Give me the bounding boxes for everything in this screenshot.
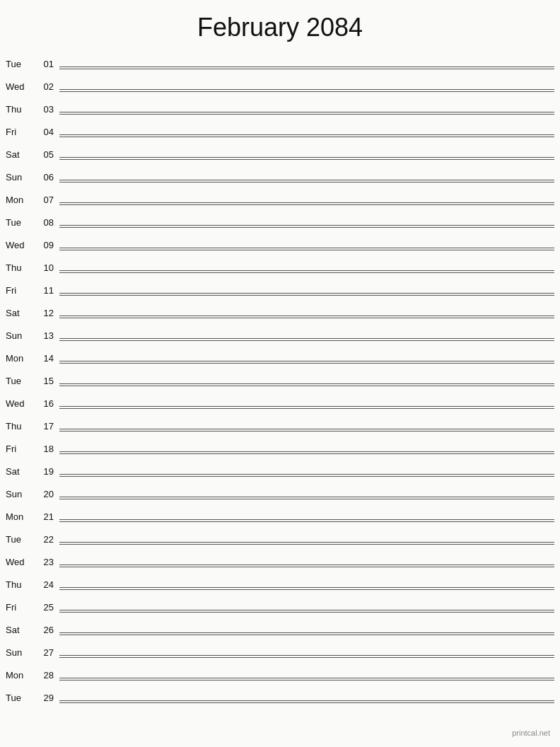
day-number: 14 <box>34 353 54 365</box>
day-name: Tue <box>6 693 34 705</box>
day-row: Sun27 <box>6 638 554 661</box>
writing-line-2 <box>59 204 554 205</box>
day-line-area <box>59 66 554 71</box>
day-name: Fri <box>6 127 34 139</box>
day-name: Wed <box>6 81 34 93</box>
day-name: Sun <box>6 330 34 342</box>
day-line-area <box>59 180 554 184</box>
writing-line-2 <box>59 363 554 364</box>
writing-line-2 <box>59 386 554 386</box>
day-line-area <box>59 134 554 139</box>
writing-line-1 <box>59 655 554 656</box>
day-name: Mon <box>6 195 34 207</box>
writing-line-2 <box>59 69 554 69</box>
writing-line-1 <box>59 338 554 339</box>
writing-line-1 <box>59 202 554 203</box>
day-row: Wed02 <box>6 72 554 95</box>
day-number: 12 <box>34 308 54 320</box>
day-number: 10 <box>34 262 54 274</box>
day-row: Sat19 <box>6 457 554 480</box>
day-number: 23 <box>34 557 54 569</box>
day-line-area <box>59 315 554 320</box>
day-name: Thu <box>6 579 34 591</box>
day-name: Sat <box>6 308 34 320</box>
writing-line-1 <box>59 564 554 565</box>
day-line-area <box>59 157 554 161</box>
day-name: Sat <box>6 149 34 161</box>
writing-line-2 <box>59 295 554 296</box>
day-line-area <box>59 700 554 705</box>
writing-line-1 <box>59 610 554 610</box>
day-number: 20 <box>34 489 54 501</box>
day-number: 16 <box>34 398 54 410</box>
day-name: Sun <box>6 172 34 184</box>
day-line-area <box>59 632 554 637</box>
day-line-area <box>59 655 554 659</box>
day-number: 25 <box>34 602 54 614</box>
writing-line-2 <box>59 589 554 590</box>
page-title: February 2084 <box>0 0 560 50</box>
writing-line-1 <box>59 406 554 407</box>
day-line-area <box>59 89 554 93</box>
day-line-area <box>59 225 554 229</box>
day-name: Fri <box>6 444 34 456</box>
writing-line-1 <box>59 157 554 158</box>
writing-line-2 <box>59 612 554 613</box>
writing-line-1 <box>59 270 554 271</box>
writing-line-1 <box>59 429 554 429</box>
writing-line-2 <box>59 680 554 681</box>
writing-line-2 <box>59 91 554 92</box>
day-name: Wed <box>6 557 34 569</box>
day-name: Wed <box>6 398 34 410</box>
day-number: 24 <box>34 579 54 591</box>
day-number: 03 <box>34 104 54 116</box>
day-name: Thu <box>6 104 34 116</box>
writing-line-1 <box>59 361 554 361</box>
day-name: Tue <box>6 59 34 71</box>
day-row: Mon21 <box>6 502 554 525</box>
writing-line-1 <box>59 89 554 90</box>
day-line-area <box>59 406 554 410</box>
day-line-area <box>59 338 554 342</box>
day-name: Sat <box>6 466 34 478</box>
calendar-grid: Tue01Wed02Thu03Fri04Sat05Sun06Mon07Tue08… <box>0 50 560 706</box>
day-number: 28 <box>34 670 54 682</box>
day-line-area <box>59 497 554 501</box>
day-row: Thu10 <box>6 253 554 276</box>
day-number: 15 <box>34 376 54 388</box>
writing-line-1 <box>59 474 554 475</box>
writing-line-1 <box>59 66 554 67</box>
day-line-area <box>59 112 554 116</box>
day-row: Tue29 <box>6 683 554 706</box>
day-row: Tue01 <box>6 50 554 72</box>
writing-line-2 <box>59 227 554 228</box>
day-name: Fri <box>6 285 34 297</box>
day-name: Wed <box>6 240 34 252</box>
day-row: Mon14 <box>6 344 554 366</box>
writing-line-1 <box>59 180 554 180</box>
writing-line-2 <box>59 453 554 454</box>
day-line-area <box>59 542 554 546</box>
day-row: Fri11 <box>6 276 554 299</box>
writing-line-1 <box>59 678 554 678</box>
day-number: 01 <box>34 59 54 71</box>
writing-line-2 <box>59 408 554 409</box>
day-row: Tue22 <box>6 525 554 548</box>
day-number: 07 <box>34 195 54 207</box>
day-row: Thu17 <box>6 412 554 434</box>
day-row: Mon07 <box>6 185 554 208</box>
writing-line-1 <box>59 225 554 226</box>
writing-line-1 <box>59 112 554 112</box>
day-line-area <box>59 564 554 569</box>
writing-line-1 <box>59 451 554 452</box>
writing-line-2 <box>59 476 554 477</box>
day-name: Fri <box>6 602 34 614</box>
writing-line-2 <box>59 567 554 567</box>
writing-line-2 <box>59 499 554 499</box>
writing-line-1 <box>59 315 554 316</box>
day-line-area <box>59 248 554 252</box>
day-name: Mon <box>6 353 34 365</box>
day-number: 19 <box>34 466 54 478</box>
writing-line-1 <box>59 293 554 294</box>
day-line-area <box>59 587 554 591</box>
